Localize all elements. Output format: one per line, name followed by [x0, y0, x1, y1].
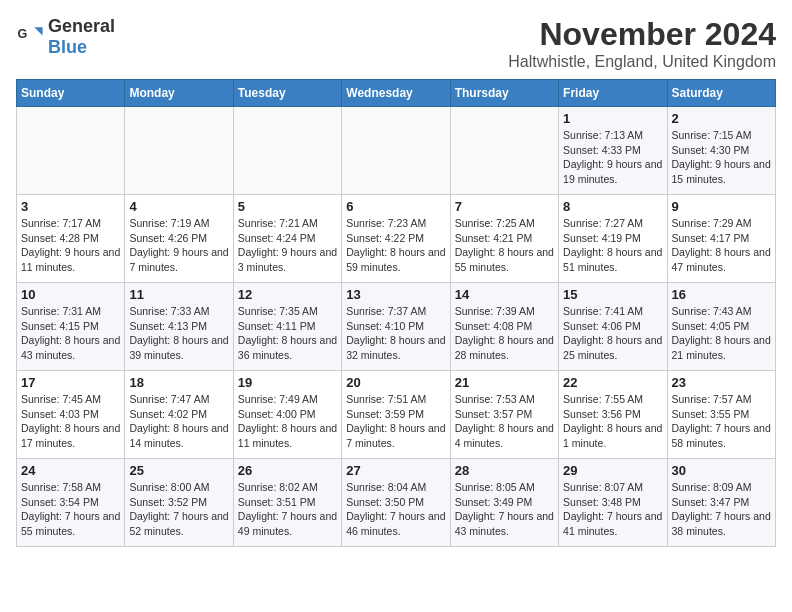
day-info: Sunrise: 7:33 AM Sunset: 4:13 PM Dayligh…	[129, 304, 228, 363]
day-number: 29	[563, 463, 662, 478]
calendar-cell: 13Sunrise: 7:37 AM Sunset: 4:10 PM Dayli…	[342, 283, 450, 371]
day-info: Sunrise: 7:29 AM Sunset: 4:17 PM Dayligh…	[672, 216, 771, 275]
day-info: Sunrise: 7:45 AM Sunset: 4:03 PM Dayligh…	[21, 392, 120, 451]
day-number: 25	[129, 463, 228, 478]
day-info: Sunrise: 7:41 AM Sunset: 4:06 PM Dayligh…	[563, 304, 662, 363]
calendar-week-row: 1Sunrise: 7:13 AM Sunset: 4:33 PM Daylig…	[17, 107, 776, 195]
day-info: Sunrise: 7:15 AM Sunset: 4:30 PM Dayligh…	[672, 128, 771, 187]
logo: G General Blue	[16, 16, 115, 58]
day-number: 10	[21, 287, 120, 302]
logo-blue: Blue	[48, 37, 87, 57]
title-area: November 2024 Haltwhistle, England, Unit…	[508, 16, 776, 71]
day-info: Sunrise: 8:04 AM Sunset: 3:50 PM Dayligh…	[346, 480, 445, 539]
day-number: 14	[455, 287, 554, 302]
header-row: SundayMondayTuesdayWednesdayThursdayFrid…	[17, 80, 776, 107]
calendar-cell: 24Sunrise: 7:58 AM Sunset: 3:54 PM Dayli…	[17, 459, 125, 547]
calendar-cell: 25Sunrise: 8:00 AM Sunset: 3:52 PM Dayli…	[125, 459, 233, 547]
day-number: 23	[672, 375, 771, 390]
calendar-week-row: 17Sunrise: 7:45 AM Sunset: 4:03 PM Dayli…	[17, 371, 776, 459]
svg-marker-1	[34, 27, 42, 35]
month-title: November 2024	[508, 16, 776, 53]
day-of-week-header: Sunday	[17, 80, 125, 107]
svg-text:G: G	[17, 27, 27, 41]
calendar-cell: 12Sunrise: 7:35 AM Sunset: 4:11 PM Dayli…	[233, 283, 341, 371]
day-info: Sunrise: 7:43 AM Sunset: 4:05 PM Dayligh…	[672, 304, 771, 363]
calendar-cell: 1Sunrise: 7:13 AM Sunset: 4:33 PM Daylig…	[559, 107, 667, 195]
day-info: Sunrise: 7:53 AM Sunset: 3:57 PM Dayligh…	[455, 392, 554, 451]
calendar-cell: 11Sunrise: 7:33 AM Sunset: 4:13 PM Dayli…	[125, 283, 233, 371]
day-info: Sunrise: 7:13 AM Sunset: 4:33 PM Dayligh…	[563, 128, 662, 187]
day-number: 17	[21, 375, 120, 390]
day-info: Sunrise: 7:39 AM Sunset: 4:08 PM Dayligh…	[455, 304, 554, 363]
day-info: Sunrise: 8:00 AM Sunset: 3:52 PM Dayligh…	[129, 480, 228, 539]
calendar-cell: 26Sunrise: 8:02 AM Sunset: 3:51 PM Dayli…	[233, 459, 341, 547]
day-info: Sunrise: 7:23 AM Sunset: 4:22 PM Dayligh…	[346, 216, 445, 275]
calendar-cell: 19Sunrise: 7:49 AM Sunset: 4:00 PM Dayli…	[233, 371, 341, 459]
day-info: Sunrise: 7:35 AM Sunset: 4:11 PM Dayligh…	[238, 304, 337, 363]
day-info: Sunrise: 7:37 AM Sunset: 4:10 PM Dayligh…	[346, 304, 445, 363]
day-number: 24	[21, 463, 120, 478]
calendar-cell: 7Sunrise: 7:25 AM Sunset: 4:21 PM Daylig…	[450, 195, 558, 283]
calendar-cell: 3Sunrise: 7:17 AM Sunset: 4:28 PM Daylig…	[17, 195, 125, 283]
day-number: 1	[563, 111, 662, 126]
calendar-cell	[233, 107, 341, 195]
day-info: Sunrise: 7:57 AM Sunset: 3:55 PM Dayligh…	[672, 392, 771, 451]
calendar-cell: 20Sunrise: 7:51 AM Sunset: 3:59 PM Dayli…	[342, 371, 450, 459]
calendar-body: 1Sunrise: 7:13 AM Sunset: 4:33 PM Daylig…	[17, 107, 776, 547]
day-number: 28	[455, 463, 554, 478]
day-info: Sunrise: 7:51 AM Sunset: 3:59 PM Dayligh…	[346, 392, 445, 451]
day-number: 9	[672, 199, 771, 214]
day-info: Sunrise: 8:05 AM Sunset: 3:49 PM Dayligh…	[455, 480, 554, 539]
day-of-week-header: Saturday	[667, 80, 775, 107]
day-number: 8	[563, 199, 662, 214]
calendar-cell: 6Sunrise: 7:23 AM Sunset: 4:22 PM Daylig…	[342, 195, 450, 283]
calendar-cell: 18Sunrise: 7:47 AM Sunset: 4:02 PM Dayli…	[125, 371, 233, 459]
day-of-week-header: Thursday	[450, 80, 558, 107]
calendar-week-row: 10Sunrise: 7:31 AM Sunset: 4:15 PM Dayli…	[17, 283, 776, 371]
calendar-cell: 8Sunrise: 7:27 AM Sunset: 4:19 PM Daylig…	[559, 195, 667, 283]
calendar-cell	[450, 107, 558, 195]
calendar-cell	[342, 107, 450, 195]
day-number: 13	[346, 287, 445, 302]
day-number: 26	[238, 463, 337, 478]
day-number: 27	[346, 463, 445, 478]
day-info: Sunrise: 8:09 AM Sunset: 3:47 PM Dayligh…	[672, 480, 771, 539]
day-number: 20	[346, 375, 445, 390]
location: Haltwhistle, England, United Kingdom	[508, 53, 776, 71]
day-info: Sunrise: 7:31 AM Sunset: 4:15 PM Dayligh…	[21, 304, 120, 363]
day-number: 30	[672, 463, 771, 478]
day-number: 12	[238, 287, 337, 302]
day-of-week-header: Tuesday	[233, 80, 341, 107]
day-number: 11	[129, 287, 228, 302]
calendar-cell: 27Sunrise: 8:04 AM Sunset: 3:50 PM Dayli…	[342, 459, 450, 547]
day-info: Sunrise: 7:47 AM Sunset: 4:02 PM Dayligh…	[129, 392, 228, 451]
day-info: Sunrise: 7:21 AM Sunset: 4:24 PM Dayligh…	[238, 216, 337, 275]
day-info: Sunrise: 8:07 AM Sunset: 3:48 PM Dayligh…	[563, 480, 662, 539]
day-number: 5	[238, 199, 337, 214]
calendar-cell: 16Sunrise: 7:43 AM Sunset: 4:05 PM Dayli…	[667, 283, 775, 371]
calendar-cell	[17, 107, 125, 195]
day-number: 4	[129, 199, 228, 214]
calendar-cell: 23Sunrise: 7:57 AM Sunset: 3:55 PM Dayli…	[667, 371, 775, 459]
calendar-table: SundayMondayTuesdayWednesdayThursdayFrid…	[16, 79, 776, 547]
day-info: Sunrise: 8:02 AM Sunset: 3:51 PM Dayligh…	[238, 480, 337, 539]
logo-general: General	[48, 16, 115, 36]
calendar-cell: 5Sunrise: 7:21 AM Sunset: 4:24 PM Daylig…	[233, 195, 341, 283]
day-number: 15	[563, 287, 662, 302]
day-number: 2	[672, 111, 771, 126]
calendar-cell: 15Sunrise: 7:41 AM Sunset: 4:06 PM Dayli…	[559, 283, 667, 371]
day-number: 3	[21, 199, 120, 214]
day-info: Sunrise: 7:55 AM Sunset: 3:56 PM Dayligh…	[563, 392, 662, 451]
calendar-week-row: 3Sunrise: 7:17 AM Sunset: 4:28 PM Daylig…	[17, 195, 776, 283]
day-number: 16	[672, 287, 771, 302]
day-info: Sunrise: 7:58 AM Sunset: 3:54 PM Dayligh…	[21, 480, 120, 539]
day-number: 21	[455, 375, 554, 390]
day-info: Sunrise: 7:25 AM Sunset: 4:21 PM Dayligh…	[455, 216, 554, 275]
logo-icon: G	[16, 23, 44, 51]
calendar-cell: 30Sunrise: 8:09 AM Sunset: 3:47 PM Dayli…	[667, 459, 775, 547]
calendar-cell: 21Sunrise: 7:53 AM Sunset: 3:57 PM Dayli…	[450, 371, 558, 459]
calendar-cell: 28Sunrise: 8:05 AM Sunset: 3:49 PM Dayli…	[450, 459, 558, 547]
day-number: 18	[129, 375, 228, 390]
calendar-cell: 9Sunrise: 7:29 AM Sunset: 4:17 PM Daylig…	[667, 195, 775, 283]
calendar-cell: 22Sunrise: 7:55 AM Sunset: 3:56 PM Dayli…	[559, 371, 667, 459]
